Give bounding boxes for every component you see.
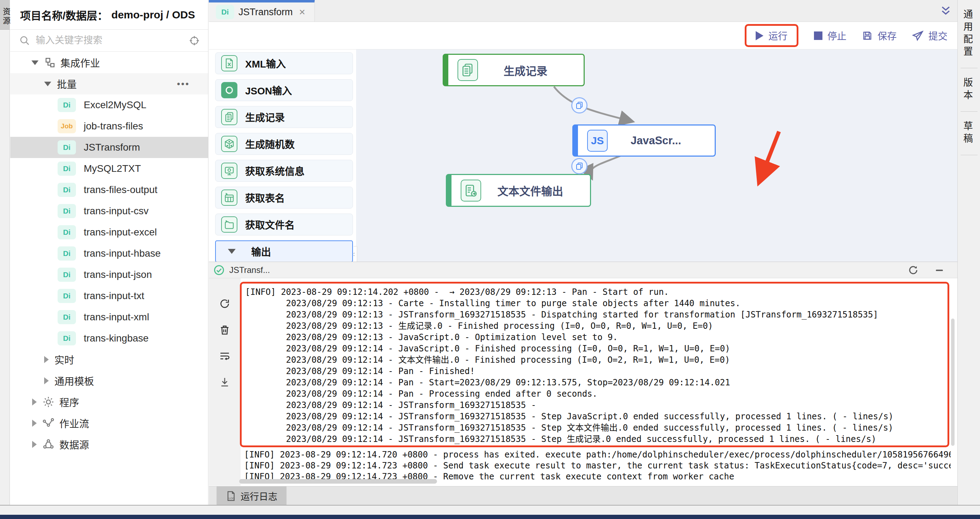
output-dropdown[interactable]: 输出 [215, 240, 353, 262]
caret-right-icon[interactable] [32, 398, 37, 406]
palette-item-get-system-info[interactable]: 获取系统信息 [215, 160, 353, 182]
run-label: 运行 [768, 29, 788, 42]
tab-version[interactable]: 版本 [961, 68, 977, 112]
search-input[interactable] [36, 35, 183, 46]
more-actions-button[interactable]: ••• [177, 78, 190, 89]
tree-node-programs[interactable]: 程序 [10, 391, 208, 413]
datasource-icon [42, 438, 54, 450]
tree-item-label: trans-input-json [84, 269, 152, 280]
clear-log-trash-icon[interactable] [219, 324, 230, 335]
tab-draft[interactable]: 草稿 [961, 112, 977, 155]
vertical-scrollbar[interactable] [951, 319, 955, 446]
log-tab-bar: LOG 运行日志 [209, 486, 958, 505]
di-badge: Di [57, 225, 76, 240]
tree-item-trans-files-output[interactable]: Ditrans-files-output [10, 179, 208, 200]
palette-item-json-input[interactable]: JSON输入 [215, 79, 353, 101]
table-icon [221, 190, 237, 206]
palette-item-get-file-names[interactable]: 获取文件名 [215, 214, 353, 235]
log-line: 2023/08/29 09:12:14 - JSTransform_169327… [245, 422, 948, 433]
chevrons-down-icon[interactable] [940, 5, 952, 17]
log-line: [INFO] 2023-08-29 09:12:14.202 +0800 - →… [245, 286, 948, 298]
tree-node-templates[interactable]: 通用模板 [10, 370, 208, 391]
horizontal-scrollbar[interactable] [239, 479, 437, 484]
caret-down-icon[interactable] [32, 61, 38, 65]
tree-item-jstransform[interactable]: DiJSTransform [10, 137, 208, 158]
submit-button[interactable]: 提交 [912, 29, 948, 42]
status-bar [0, 505, 980, 515]
tree-item-trans-input-excel[interactable]: Ditrans-input-excel [10, 222, 208, 243]
caret-right-icon[interactable] [44, 377, 49, 384]
tree-item-label: job-trans-files [84, 121, 143, 132]
tree-item-trans-input-hbase[interactable]: Ditrans-input-hbase [10, 243, 208, 264]
palette-item-get-table-names[interactable]: 获取表名 [215, 187, 353, 209]
palette-item-generate-records[interactable]: 生成记录 [215, 106, 353, 128]
copy-rows-badge-icon[interactable] [571, 97, 587, 113]
refresh-icon[interactable] [908, 265, 918, 275]
log-line: 2023/08/29 09:12:14 - JavaScript.0 - Fin… [245, 343, 948, 354]
tree-item-trans-input-txt[interactable]: Ditrans-input-txt [10, 285, 208, 307]
play-icon [756, 31, 764, 40]
log-toolbar [209, 278, 240, 486]
tree-node-datasources[interactable]: 数据源 [10, 434, 208, 455]
save-label: 保存 [878, 29, 897, 42]
paper-plane-icon [912, 30, 923, 42]
tree-item-trans-input-xml[interactable]: Ditrans-input-xml [10, 307, 208, 328]
tree-item-label: JSTransform [84, 142, 140, 153]
tree-node-label: 实时 [54, 353, 74, 367]
node-generate-records[interactable]: 生成记录 [443, 54, 585, 86]
run-button[interactable]: 运行 [756, 29, 788, 42]
tree-node-batch[interactable]: 批量 ••• [10, 73, 208, 94]
bottom-dock-bar [0, 515, 980, 519]
minimize-icon[interactable] [934, 265, 945, 275]
tree-node-realtime[interactable]: 实时 [10, 349, 208, 370]
node-text-file-output[interactable]: 文本文件输出 [446, 174, 591, 207]
caret-right-icon[interactable] [44, 356, 49, 363]
caret-right-icon[interactable] [32, 420, 37, 427]
close-icon[interactable]: × [299, 6, 305, 18]
reload-log-icon[interactable] [219, 298, 230, 309]
tree-item-excel2mysql[interactable]: DiExcel2MySQL [10, 94, 208, 116]
job-badge: Job [57, 119, 76, 133]
resources-rail-tab[interactable]: 资源 [0, 0, 10, 30]
tree-item-trans-input-json[interactable]: Ditrans-input-json [10, 264, 208, 285]
locate-crosshair-icon[interactable] [189, 35, 200, 46]
stop-label: 停止 [827, 29, 846, 42]
sidebar: 项目名称/数据层： demo-proj / ODS 集成作业 批量 [10, 0, 208, 505]
tree-item-mysql2txt[interactable]: DiMySQL2TXT [10, 158, 208, 179]
tab-jstransform[interactable]: Di JSTransform × [209, 0, 315, 22]
tree-item-trans-input-csv[interactable]: Ditrans-input-csv [10, 200, 208, 222]
log-task-title: JSTransf... [229, 265, 270, 275]
file-export-icon [461, 180, 481, 201]
caret-right-icon[interactable] [32, 441, 37, 448]
node-javascript[interactable]: JS JavaScr... [572, 125, 716, 156]
run-log-tab[interactable]: LOG 运行日志 [216, 487, 286, 505]
tree-item-job-trans-files[interactable]: Jobjob-trans-files [10, 116, 208, 137]
flow-canvas[interactable]: 生成记录 JS JavaScr... 文本文件输出 [356, 50, 958, 262]
caret-down-icon[interactable] [44, 81, 51, 86]
palette-item-xml-input[interactable]: XML输入 [215, 52, 353, 74]
annotation-run-box: 运行 [745, 24, 799, 47]
log-line: 2023/08/29 09:12:14 - JSTransform_169327… [245, 411, 948, 422]
palette-item-generate-random[interactable]: 生成随机数 [215, 133, 353, 155]
tree-node-label: 通用模板 [54, 374, 94, 388]
node-label: JavaScr... [608, 134, 715, 147]
main-area: Di JSTransform × 运行 停止 [209, 0, 958, 505]
tree-item-label: trans-input-hbase [84, 248, 161, 259]
right-rail: 通用配置 版本 草稿 [958, 0, 980, 515]
tab-bar: Di JSTransform × [209, 0, 958, 22]
copy-rows-badge-icon[interactable] [571, 158, 587, 174]
tree-item-trans-kingbase[interactable]: Ditrans-kingbase [10, 328, 208, 349]
tab-general-config[interactable]: 通用配置 [961, 0, 977, 68]
tree-node-workflows[interactable]: 作业流 [10, 413, 208, 434]
stop-button[interactable]: 停止 [814, 29, 846, 42]
wrap-lines-icon[interactable] [219, 350, 230, 362]
project-title-label: 项目名称/数据层： [20, 7, 108, 22]
left-rail: 资源 [0, 0, 10, 515]
log-line: [INFO] 2023-08-29 09:12:14.723 +0800 - S… [244, 460, 951, 471]
download-log-icon[interactable] [219, 377, 230, 388]
tree-node-integration-jobs[interactable]: 集成作业 [10, 52, 208, 73]
log-line: 2023/08/29 09:12:13 - Carte - Installing… [245, 298, 948, 309]
tree-node-label: 批量 [57, 77, 77, 91]
save-button[interactable]: 保存 [862, 29, 897, 42]
annotation-red-arrow [761, 131, 779, 177]
